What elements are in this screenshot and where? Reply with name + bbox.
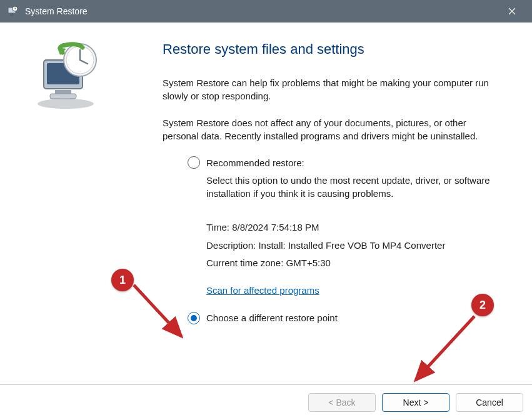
choose-different-option[interactable]: Choose a different restore point	[188, 312, 494, 324]
back-button[interactable]: < Back	[308, 393, 376, 412]
right-pane: Restore system files and settings System…	[138, 22, 532, 384]
recommended-restore-option[interactable]: Recommended restore:	[188, 156, 494, 169]
tz-value: GMT+5:30	[286, 258, 331, 268]
titlebar: System Restore	[0, 0, 532, 22]
svg-point-3	[38, 99, 94, 109]
detail-time: Time: 8/8/2024 7:54:18 PM	[206, 219, 494, 237]
system-restore-graphic	[31, 41, 106, 110]
radio-checked-icon	[188, 312, 200, 324]
time-label: Time:	[206, 222, 232, 232]
recommended-description: Select this option to undo the most rece…	[206, 174, 494, 200]
svg-rect-1	[10, 14, 14, 16]
annotation-badge-1: 1	[111, 269, 134, 291]
description-value: Install: Installed Free VOB To MP4 Conve…	[258, 240, 445, 251]
restore-point-details: Time: 8/8/2024 7:54:18 PM Description: I…	[206, 219, 494, 272]
left-pane	[0, 22, 138, 384]
detail-description: Description: Install: Installed Free VOB…	[206, 237, 494, 255]
cancel-button[interactable]: Cancel	[456, 393, 523, 412]
annotation-badge-2: 2	[471, 294, 494, 316]
content-area: Restore system files and settings System…	[0, 22, 532, 385]
app-icon	[6, 5, 19, 18]
window-title: System Restore	[25, 6, 88, 16]
tz-label: Current time zone:	[206, 258, 286, 268]
button-bar: < Back Next > Cancel	[0, 385, 532, 420]
svg-rect-7	[50, 94, 76, 99]
svg-rect-6	[55, 90, 71, 94]
choose-different-label: Choose a different restore point	[206, 312, 338, 323]
scan-affected-link[interactable]: Scan for affected programs	[206, 285, 319, 296]
page-heading: Restore system files and settings	[163, 41, 494, 58]
intro-paragraph-1: System Restore can help fix problems tha…	[163, 76, 494, 102]
radio-unchecked-icon	[188, 156, 200, 169]
description-label: Description:	[206, 240, 258, 251]
next-button[interactable]: Next >	[382, 393, 449, 412]
recommended-restore-label: Recommended restore:	[206, 158, 304, 168]
close-icon[interactable]	[498, 0, 526, 22]
time-value: 8/8/2024 7:54:18 PM	[232, 222, 319, 232]
detail-timezone: Current time zone: GMT+5:30	[206, 254, 494, 272]
restore-options: Recommended restore: Select this option …	[188, 156, 494, 324]
intro-paragraph-2: System Restore does not affect any of yo…	[163, 116, 494, 142]
